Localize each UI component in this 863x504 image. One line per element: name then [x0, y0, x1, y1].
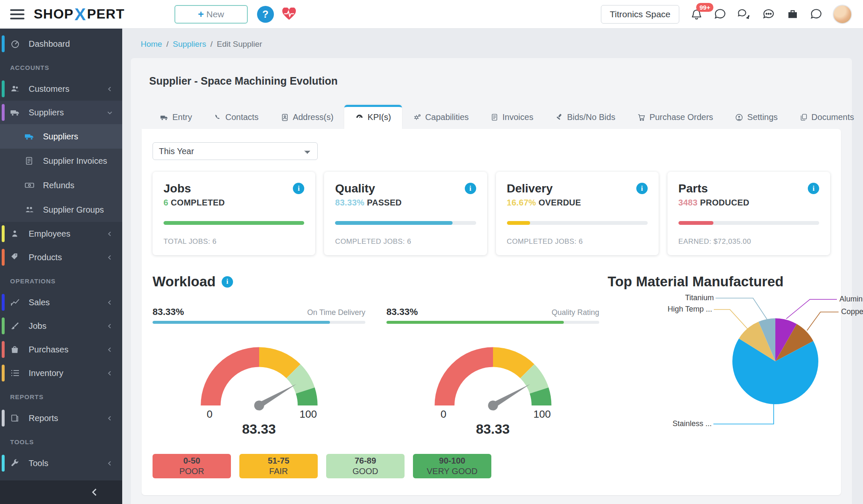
tab-documents[interactable]: Documents — [789, 106, 863, 129]
sidebar-label: Reports — [29, 413, 58, 423]
tab-invoices[interactable]: Invoices — [480, 106, 544, 129]
sidebar-subitem-refunds[interactable]: Refunds — [0, 173, 122, 197]
legend-chip-good: 76-89GOOD — [326, 454, 405, 478]
message-icon[interactable] — [810, 8, 823, 21]
invoice-icon — [24, 156, 35, 165]
chevron-left-icon — [107, 254, 113, 261]
gauge-icon — [10, 39, 21, 49]
period-filter-select[interactable]: This Year — [153, 142, 318, 160]
sidebar-subitem-suppliers[interactable]: Suppliers — [0, 124, 122, 149]
chevron-left-icon — [107, 86, 113, 92]
kpi-card-jobs: Jobs 6 COMPLETED TOTAL JOBS: 6 — [153, 172, 315, 255]
tab-label: Purchase Orders — [649, 112, 713, 122]
tab-label: Entry — [172, 112, 192, 122]
user-avatar[interactable] — [833, 5, 852, 24]
chevron-left-icon — [107, 323, 113, 329]
pie-label-stainless: Stainless ... — [673, 419, 712, 428]
sidebar-label: Dashboard — [29, 39, 70, 49]
hamburger-menu-icon[interactable] — [10, 9, 24, 19]
sidebar-collapse-button[interactable] — [0, 480, 122, 504]
kpi-card-parts: Parts 3483 PRODUCED EARNED: $72,035.00 — [667, 172, 830, 255]
kpi-card-delivery: Delivery 16.67% OVERDUE COMPLETED JOBS: … — [496, 172, 659, 255]
tab-bids[interactable]: Bids/No Bids — [544, 106, 627, 129]
chat-icon[interactable] — [714, 8, 726, 21]
sidebar-section-accounts: ACCOUNTS — [0, 56, 122, 77]
kpi-value-label: COMPLETED — [171, 198, 225, 207]
chevron-left-icon — [107, 370, 113, 376]
sidebar-label: Inventory — [29, 368, 63, 378]
chat-dots-icon[interactable] — [762, 8, 775, 21]
kpi-value: 83.33% — [335, 198, 364, 207]
tab-label: Bids/No Bids — [567, 112, 616, 122]
info-icon[interactable] — [222, 276, 233, 288]
info-icon[interactable] — [808, 183, 819, 194]
sidebar-item-sales[interactable]: Sales — [0, 291, 122, 314]
help-icon[interactable] — [257, 6, 274, 23]
sidebar-item-inventory[interactable]: Inventory — [0, 361, 122, 385]
kpi-progress-track — [335, 221, 476, 225]
bar-label: On Time Delivery — [307, 308, 365, 317]
sidebar-label: Products — [29, 253, 62, 262]
phone-icon — [214, 114, 222, 121]
sidebar-item-jobs[interactable]: Jobs — [0, 314, 122, 338]
tab-label: Invoices — [502, 112, 533, 122]
sidebar-item-suppliers[interactable]: Suppliers — [0, 101, 122, 124]
tab-capabilities[interactable]: Capabilities — [402, 106, 480, 129]
sidebar-item-products[interactable]: Products — [0, 245, 122, 269]
chart-line-icon — [10, 297, 21, 307]
group-chat-icon[interactable] — [737, 8, 751, 21]
truck-icon — [10, 107, 21, 117]
sidebar-item-tools[interactable]: Tools — [0, 451, 122, 475]
sidebar-subitem-supplier-invoices[interactable]: Supplier Invoices — [0, 149, 122, 173]
legend-chip-fair: 51-75FAIR — [239, 454, 318, 478]
tab-label: Contacts — [225, 112, 259, 122]
materials-title: Top Material Manufactured — [608, 274, 863, 290]
sidebar-item-employees[interactable]: Employees — [0, 222, 122, 245]
pie-label-copper: Copper — [841, 307, 863, 316]
workload-title: Workload — [153, 274, 216, 290]
gauge-legend: 0-50POOR 51-75FAIR 76-89GOOD 90-100VERY … — [153, 454, 599, 478]
new-button[interactable]: + New — [174, 5, 248, 24]
tab-purchase-orders[interactable]: Purchase Orders — [626, 106, 724, 129]
tab-entry[interactable]: Entry — [149, 106, 203, 129]
tab-kpis[interactable]: KPI(s) — [344, 105, 402, 129]
progress-fill — [153, 321, 330, 324]
shopping-bag-icon — [10, 345, 21, 354]
brush-icon — [10, 321, 21, 331]
info-icon[interactable] — [465, 183, 476, 194]
workspace-button[interactable]: Titronics Space — [601, 5, 679, 24]
sidebar-item-dashboard[interactable]: Dashboard — [0, 32, 122, 56]
kpi-progress-fill — [678, 221, 714, 225]
briefcase-icon[interactable] — [786, 8, 799, 21]
breadcrumb-home-link[interactable]: Home — [141, 40, 162, 49]
tab-addresses[interactable]: Address(s) — [270, 106, 345, 129]
quality-gauge-chart: 0 100 — [421, 335, 565, 419]
sidebar-item-customers[interactable]: Customers — [0, 77, 122, 101]
bar-percent: 83.33% — [386, 307, 418, 317]
sidebar-label: Customers — [29, 84, 70, 94]
tab-label: Settings — [747, 112, 777, 122]
health-pulse-icon[interactable] — [281, 8, 297, 21]
gauge-value: 83.33 — [242, 421, 276, 437]
users-group-icon — [24, 205, 35, 215]
kpi-progress-track — [678, 221, 819, 225]
sidebar-item-reports[interactable]: Reports — [0, 406, 122, 430]
gauge-min-label: 0 — [206, 408, 212, 419]
tab-settings[interactable]: Settings — [724, 106, 788, 129]
breadcrumb: Home / Suppliers / Edit Supplier — [122, 29, 863, 58]
info-icon[interactable] — [636, 183, 648, 194]
materials-pie-chart: Aluminum Copper Stainless ... High Temp … — [608, 290, 863, 441]
tab-label: Address(s) — [293, 112, 334, 122]
kpi-title: Parts — [678, 182, 819, 195]
gauge-max-label: 100 — [299, 408, 316, 419]
sidebar-subitem-supplier-groups[interactable]: Supplier Groups — [0, 197, 122, 222]
plus-icon: + — [198, 8, 204, 20]
breadcrumb-suppliers-link[interactable]: Suppliers — [173, 40, 206, 49]
documents-copy-icon — [800, 113, 808, 121]
legend-chip-very-good: 90-100VERY GOOD — [413, 454, 491, 478]
tab-contacts[interactable]: Contacts — [203, 106, 270, 129]
notifications-bell-icon[interactable]: 99+ — [690, 8, 703, 21]
sidebar-item-purchases[interactable]: Purchases — [0, 338, 122, 361]
bar-percent: 83.33% — [153, 307, 184, 317]
sidebar-section-tools: TOOLS — [0, 430, 122, 451]
